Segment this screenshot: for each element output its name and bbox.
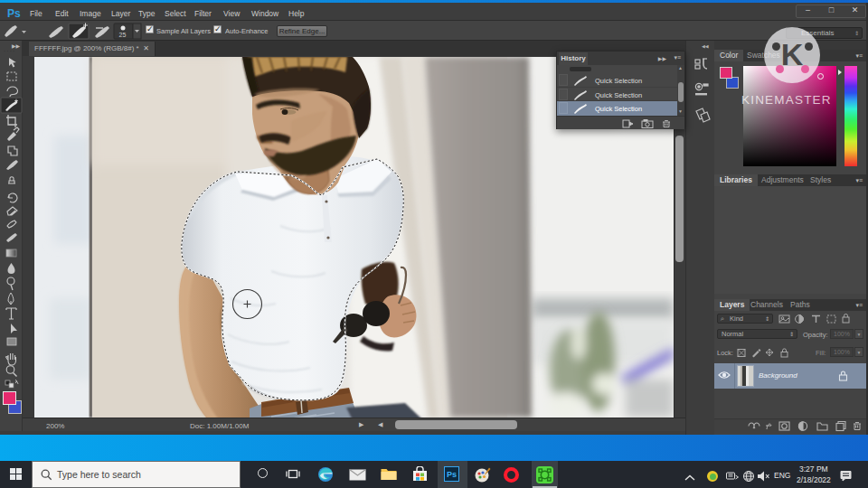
svg-text:25: 25 — [119, 32, 127, 38]
